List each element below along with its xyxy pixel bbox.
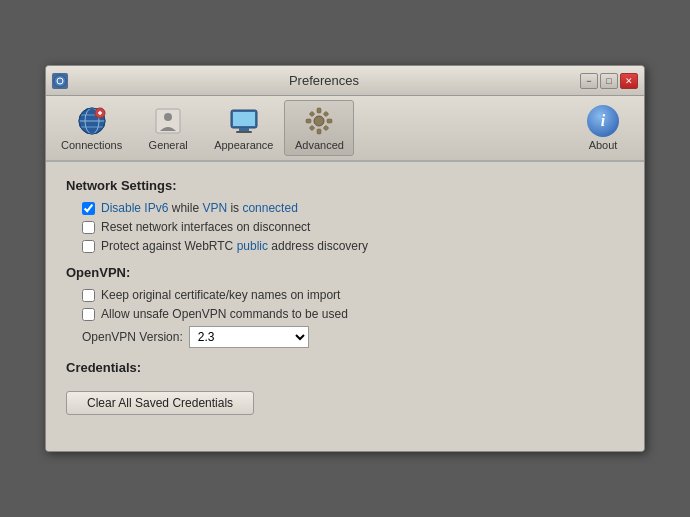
svg-rect-14 [233, 112, 255, 126]
maximize-button[interactable]: □ [600, 73, 618, 89]
svg-rect-25 [324, 125, 330, 131]
appearance-icon [228, 105, 260, 137]
tab-about[interactable]: i About [568, 100, 638, 156]
window-title: Preferences [68, 73, 580, 88]
about-label: About [589, 139, 618, 151]
openvpn-version-select[interactable]: 2.3 2.4 2.5 [189, 326, 309, 348]
tab-connections[interactable]: Connections [52, 100, 131, 156]
webrtc-row: Protect against WebRTC public address di… [82, 239, 624, 253]
about-i-icon: i [587, 105, 619, 137]
toolbar: Connections General [46, 96, 644, 162]
svg-rect-23 [324, 111, 330, 117]
keep-cert-label: Keep original certificate/key names on i… [101, 288, 340, 302]
openvpn-version-row: OpenVPN Version: 2.3 2.4 2.5 [82, 326, 624, 348]
reset-network-checkbox[interactable] [82, 221, 95, 234]
content-area: Network Settings: Disable IPv6 while VPN… [46, 162, 644, 451]
unsafe-commands-row: Allow unsafe OpenVPN commands to be used [82, 307, 624, 321]
svg-rect-20 [306, 119, 311, 123]
disable-ipv6-checkbox[interactable] [82, 202, 95, 215]
tab-advanced[interactable]: Advanced [284, 100, 354, 156]
app-icon [52, 73, 68, 89]
webrtc-checkbox[interactable] [82, 240, 95, 253]
svg-rect-18 [317, 108, 321, 113]
svg-point-0 [54, 75, 66, 87]
title-bar: Preferences − □ ✕ [46, 66, 644, 96]
svg-point-12 [164, 113, 172, 121]
credentials-section: Credentials: Clear All Saved Credentials [66, 360, 624, 415]
openvpn-version-label: OpenVPN Version: [82, 330, 183, 344]
connections-icon [76, 105, 108, 137]
network-settings-section: Network Settings: Disable IPv6 while VPN… [66, 178, 624, 253]
advanced-icon [303, 105, 335, 137]
keep-cert-row: Keep original certificate/key names on i… [82, 288, 624, 302]
general-icon [152, 105, 184, 137]
disable-ipv6-row: Disable IPv6 while VPN is connected [82, 201, 624, 215]
openvpn-title: OpenVPN: [66, 265, 624, 280]
reset-network-row: Reset network interfaces on disconnect [82, 220, 624, 234]
unsafe-commands-checkbox[interactable] [82, 308, 95, 321]
tab-general[interactable]: General [133, 100, 203, 156]
svg-rect-19 [317, 129, 321, 134]
preferences-window: Preferences − □ ✕ [45, 65, 645, 452]
credentials-title: Credentials: [66, 360, 624, 375]
network-settings-title: Network Settings: [66, 178, 624, 193]
openvpn-section: OpenVPN: Keep original certificate/key n… [66, 265, 624, 348]
minimize-button[interactable]: − [580, 73, 598, 89]
svg-rect-21 [327, 119, 332, 123]
unsafe-commands-label: Allow unsafe OpenVPN commands to be used [101, 307, 348, 321]
appearance-label: Appearance [214, 139, 273, 151]
svg-point-17 [314, 116, 324, 126]
about-icon: i [587, 105, 619, 137]
tab-appearance[interactable]: Appearance [205, 100, 282, 156]
clear-credentials-button[interactable]: Clear All Saved Credentials [66, 391, 254, 415]
general-label: General [149, 139, 188, 151]
svg-rect-24 [310, 125, 316, 131]
svg-rect-15 [239, 128, 249, 131]
webrtc-label: Protect against WebRTC public address di… [101, 239, 368, 253]
advanced-label: Advanced [295, 139, 344, 151]
close-button[interactable]: ✕ [620, 73, 638, 89]
reset-network-label: Reset network interfaces on disconnect [101, 220, 310, 234]
bottom-spacer [66, 415, 624, 435]
connections-label: Connections [61, 139, 122, 151]
window-controls: − □ ✕ [580, 73, 638, 89]
svg-rect-16 [236, 131, 252, 133]
svg-rect-22 [310, 111, 316, 117]
keep-cert-checkbox[interactable] [82, 289, 95, 302]
disable-ipv6-label: Disable IPv6 while VPN is connected [101, 201, 298, 215]
